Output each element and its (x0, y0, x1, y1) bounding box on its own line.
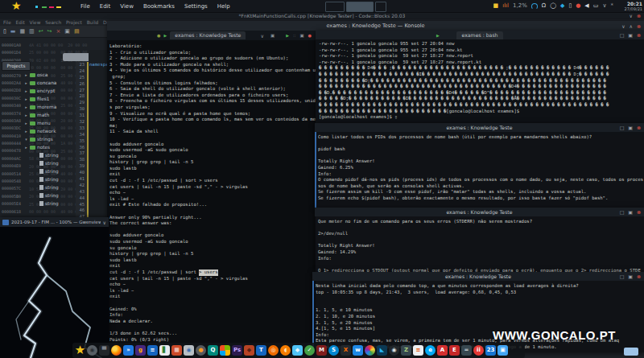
edge-icon[interactable]: e (425, 345, 436, 356)
notes-widget-icon[interactable]: ■ (493, 3, 499, 9)
terminal-output-stderr[interactable]: Que meter no fim de um comando para os s… (315, 216, 644, 272)
cube-icon[interactable]: ◆ (292, 345, 303, 356)
menu-item[interactable]: Help (217, 3, 230, 10)
window-preview[interactable] (375, 2, 386, 12)
expander-icon[interactable]: ▸ (24, 88, 28, 93)
task-dash-icon[interactable] (56, 6, 61, 8)
close-icon[interactable]: ⊗ (637, 125, 641, 130)
network-gauge-icon[interactable] (531, 3, 538, 10)
maximize-icon[interactable]: ▣ (628, 32, 633, 38)
codeblocks-menubar[interactable]: File Edit View Search Project Build Debu… (3, 19, 107, 26)
play-icon[interactable]: ▶ (163, 33, 167, 38)
search-icon[interactable]: Q (208, 345, 218, 356)
task-dash-icon[interactable] (35, 6, 38, 8)
expand-caret-icon[interactable]: ∨ (602, 3, 606, 9)
editor-tab-active[interactable] (63, 53, 90, 61)
x-orange-icon[interactable]: X (341, 345, 351, 356)
project-folder[interactable]: ▾ strings (24, 135, 76, 143)
project-folder[interactable]: ▸ notes (24, 143, 76, 151)
maximize-icon[interactable]: ▣ (628, 125, 633, 130)
undo-icon[interactable]: ↩ (39, 29, 43, 35)
impress-icon[interactable]: ▦ (171, 345, 182, 356)
quiz-stderr-header[interactable]: exames : Knowledge Teste □ ▣ ⊗ (315, 208, 644, 216)
menu-item[interactable]: View (120, 3, 134, 10)
clock[interactable]: 20:21 27/09/21 (625, 1, 642, 11)
expander-icon[interactable]: ▸ (24, 129, 28, 134)
screen-recorder-icon[interactable]: ◉ (87, 345, 97, 356)
settings-asterisk-icon[interactable]: * (611, 3, 614, 9)
maximize-icon[interactable]: ∧ (630, 23, 633, 29)
project-folder[interactable]: ▸ files1 (24, 95, 76, 103)
project-file[interactable]: string (24, 167, 76, 175)
close-icon[interactable]: ⊗ (637, 32, 641, 38)
color-wheel-icon[interactable] (365, 345, 375, 356)
terminal-output-main[interactable]: Laboratório: 1 - Crie o utilizador gonca… (107, 40, 316, 358)
notifications-bell-icon[interactable]: Ω (542, 3, 546, 9)
task-dash-icon[interactable] (42, 6, 47, 8)
paste-icon[interactable]: ▤ (74, 29, 80, 35)
new-file-icon[interactable]: ▯ (3, 29, 6, 35)
w-blue-icon[interactable]: w (353, 345, 363, 356)
chat-icon[interactable]: ▣ (497, 345, 508, 356)
expander-icon[interactable]: ▸ (24, 72, 28, 77)
status-circle-icon[interactable]: ◯ (550, 3, 556, 9)
maximize-icon[interactable]: ▣ (628, 274, 633, 279)
terminal-output-pidof[interactable]: Como listar todos os PIDs dos processos … (315, 132, 644, 208)
floppy-icon[interactable]: ▀ (99, 345, 109, 356)
notes-doc-icon[interactable]: ≡ (413, 345, 423, 356)
maximize-icon[interactable]: ▣ (628, 209, 633, 215)
close-icon[interactable]: ⊗ (637, 23, 641, 29)
play-icon[interactable]: ▶ (286, 33, 289, 38)
favorites-star-icon[interactable]: ★ (75, 345, 85, 356)
donut-icon[interactable]: ◎ (268, 345, 279, 356)
quiz-pidof-header[interactable]: exames : Knowledge Teste □ ▣ ⊗ (315, 123, 644, 132)
restore-icon[interactable]: □ (620, 125, 625, 130)
project-folder[interactable]: ▸ encrypt (24, 87, 76, 95)
tab-bash[interactable]: exames : bash (456, 31, 502, 39)
microsoft-icon[interactable] (220, 345, 230, 356)
open-file-icon[interactable]: ▬ (10, 29, 16, 35)
letter-t-icon[interactable]: T (256, 345, 266, 356)
system-monitor-bars-icon[interactable]: ılıl (502, 3, 509, 9)
project-file[interactable]: string (24, 151, 76, 159)
projects-panel-tab[interactable]: Projects (2, 61, 31, 71)
desktop-peek-button[interactable] (624, 348, 638, 356)
people-icon[interactable]: ii (473, 345, 484, 356)
project-file[interactable]: string (24, 159, 76, 167)
redo-icon[interactable]: ↪ (47, 29, 52, 35)
gimp-icon[interactable]: ◆ (244, 345, 254, 356)
split-view-icon[interactable]: ▣ (270, 33, 275, 38)
konsole-main-titlebar[interactable]: exames : Knowledge Teste — Konsole ∨ ∧ ⊗ (107, 21, 644, 31)
purple-g-icon[interactable]: g (135, 345, 146, 356)
menu-item[interactable]: Edit (100, 3, 111, 10)
project-folder[interactable]: ▸ osca (24, 71, 76, 79)
close-tab-icon[interactable]: ● (308, 33, 312, 38)
close-icon[interactable]: ⊗ (637, 274, 641, 279)
expander-icon[interactable]: ▸ (24, 97, 28, 101)
docs-icon[interactable]: ≡ (147, 345, 158, 356)
tab-knowledge-teste[interactable]: exames : Knowledge Teste (170, 31, 246, 39)
window-preview[interactable] (325, 2, 345, 12)
fish-icon[interactable]: ◖ (280, 345, 291, 356)
cut-icon[interactable]: × (56, 29, 60, 35)
camera-icon[interactable]: ● (196, 345, 206, 356)
expander-icon[interactable]: ▸ (24, 113, 28, 117)
calculator-icon[interactable]: = (461, 345, 472, 356)
shield-icon[interactable]: ✓ (304, 345, 315, 356)
menu-item[interactable]: Bookmarks (143, 3, 175, 10)
expander-icon[interactable]: ▸ (24, 80, 28, 85)
photoshop-icon[interactable]: Ps (232, 345, 242, 356)
restore-icon[interactable]: □ (620, 32, 625, 38)
expander-icon[interactable]: ▸ (24, 105, 28, 109)
z-chart-icon[interactable]: Z (401, 345, 411, 356)
clipboard-icon[interactable]: ▯ (568, 3, 572, 9)
task-dash-icon[interactable] (49, 6, 54, 8)
kde-connect-icon[interactable]: ◆ (560, 3, 564, 9)
chevron-down-icon[interactable]: ∨ (260, 33, 264, 39)
stamp-icon[interactable]: ◉ (184, 345, 194, 356)
box-icon[interactable]: ▣ (299, 33, 303, 38)
project-folder[interactable]: ▸ menu (24, 119, 76, 127)
menu-dots-icon[interactable]: :: (293, 33, 295, 38)
konsole-bash-header[interactable]: ▶ exames : bash □ ▣ ⊗ (316, 31, 644, 39)
cpu-percent-text[interactable]: 1,2% (513, 3, 527, 9)
